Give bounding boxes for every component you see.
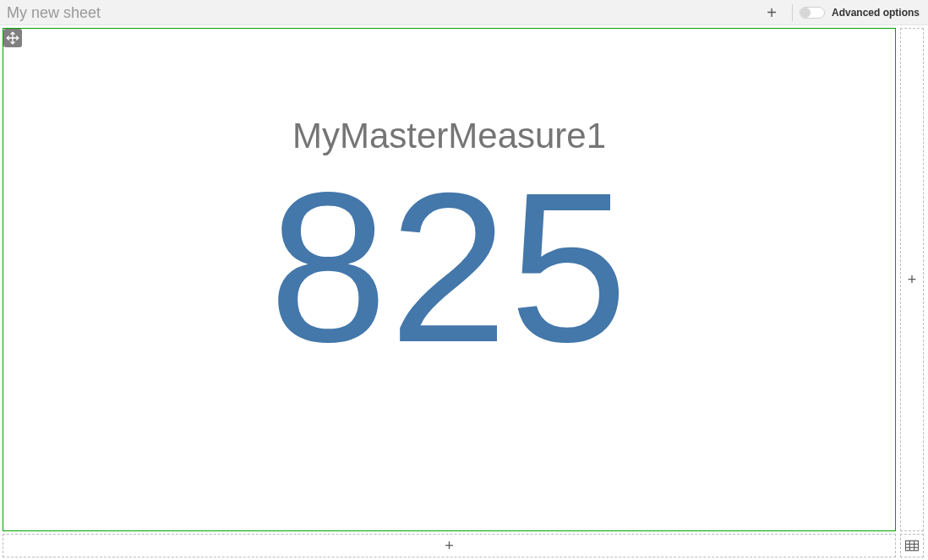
sheet-title[interactable]: My new sheet [7, 0, 101, 25]
add-visualization-button[interactable]: + [758, 0, 785, 25]
grid-icon [905, 540, 919, 552]
move-handle[interactable] [3, 29, 22, 47]
topbar-divider [792, 4, 793, 21]
kpi-visualization[interactable]: MyMasterMeasure1 825 [3, 28, 896, 531]
move-icon [6, 31, 19, 45]
kpi-value: 825 [269, 156, 629, 380]
toggle-knob [800, 8, 811, 18]
add-column-right-button[interactable]: + [900, 28, 924, 531]
advanced-options-toggle[interactable] [800, 7, 825, 19]
grid-layout-button[interactable] [900, 534, 924, 557]
advanced-options-label: Advanced options [832, 7, 920, 19]
add-row-below-button[interactable]: + [3, 534, 896, 557]
sheet-topbar: My new sheet + Advanced options [0, 0, 928, 25]
svg-rect-2 [905, 541, 918, 551]
